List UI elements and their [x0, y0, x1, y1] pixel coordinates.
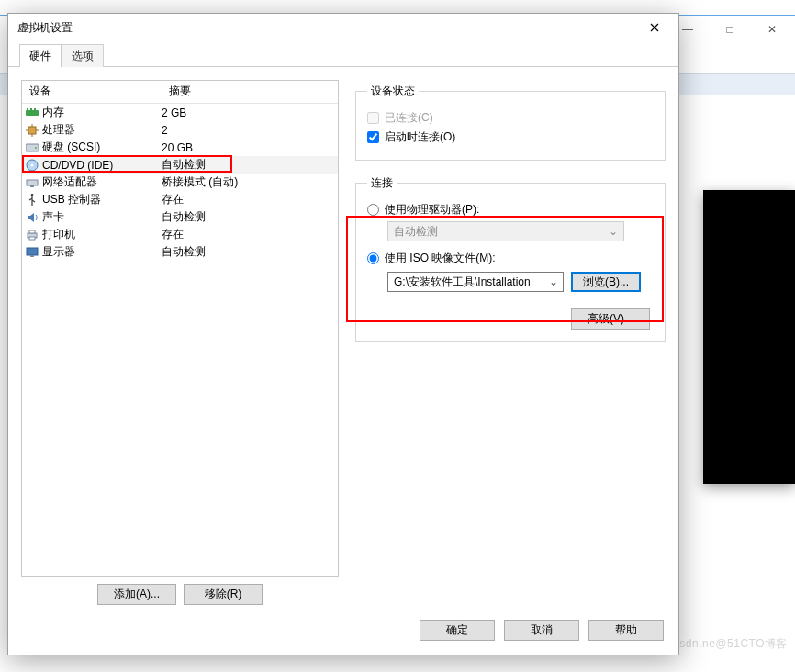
ok-button[interactable]: 确定: [420, 620, 495, 641]
memory-icon: [25, 106, 39, 120]
browse-iso-button[interactable]: 浏览(B)...: [571, 272, 641, 292]
device-name: 显示器: [42, 244, 162, 260]
device-row-display[interactable]: 显示器自动检测: [22, 243, 338, 261]
device-name: 声卡: [42, 209, 162, 225]
use-iso-label: 使用 ISO 映像文件(M):: [385, 251, 496, 266]
svg-point-6: [35, 147, 37, 149]
svg-rect-13: [29, 230, 35, 233]
device-summary: 2 GB: [162, 106, 338, 119]
svg-rect-16: [30, 255, 34, 257]
svg-rect-1: [27, 108, 28, 110]
tab-hardware[interactable]: 硬件: [19, 44, 62, 67]
disk-icon: [25, 140, 39, 155]
svg-rect-3: [34, 108, 36, 110]
connection-group: 连接 使用物理驱动器(P): 自动检测 ⌄ 使用 ISO 映像文件(M): G:…: [355, 175, 666, 342]
network-icon: [25, 175, 39, 190]
printer-icon: [25, 228, 39, 242]
background-window-controls: — □ ✕: [666, 17, 793, 42]
use-physical-label: 使用物理驱动器(P):: [385, 202, 479, 218]
device-row-memory[interactable]: 内存2 GB: [22, 104, 338, 121]
chevron-down-icon: ⌄: [609, 225, 618, 238]
device-status-legend: 设备状态: [367, 84, 419, 99]
connected-checkbox: [367, 112, 379, 124]
device-name: 网络适配器: [42, 174, 162, 190]
device-row-disc[interactable]: CD/DVD (IDE)自动检测: [22, 156, 338, 174]
bg-close-button[interactable]: ✕: [751, 17, 793, 42]
disc-icon: [25, 158, 39, 173]
dialog-footer: 确定 取消 帮助: [8, 614, 678, 655]
device-row-disk[interactable]: 硬盘 (SCSI)20 GB: [22, 139, 338, 156]
device-name: 处理器: [42, 122, 162, 138]
close-icon: [650, 23, 659, 32]
device-name: CD/DVD (IDE): [42, 159, 162, 172]
device-summary: 存在: [162, 227, 338, 242]
cancel-button[interactable]: 取消: [504, 620, 579, 641]
dialog-title: 虚拟机设置: [17, 20, 636, 36]
svg-rect-10: [30, 185, 34, 187]
help-button[interactable]: 帮助: [588, 620, 664, 641]
svg-rect-4: [28, 127, 36, 134]
tab-strip: 硬件 选项: [8, 45, 678, 67]
device-table-header: 设备 摘要: [22, 81, 338, 104]
vm-settings-dialog: 虚拟机设置 硬件 选项 设备 摘要 内存2 GB处理器2硬盘 (SCSI)20 …: [7, 13, 679, 655]
hardware-right-column: 设备状态 已连接(C) 启动时连接(O) 连接 使用物理驱动器(P):: [355, 80, 666, 605]
physical-drive-dropdown: 自动检测 ⌄: [387, 221, 624, 241]
svg-rect-9: [27, 180, 38, 185]
connect-at-poweron-label: 启动时连接(O): [385, 129, 455, 145]
iso-path-combobox[interactable]: G:\安装软件工具\Installation ⌄: [387, 272, 564, 292]
advanced-button[interactable]: 高级(V)...: [571, 308, 650, 330]
connection-legend: 连接: [367, 175, 397, 191]
device-summary: 存在: [162, 192, 338, 207]
bg-maximize-button[interactable]: □: [709, 17, 751, 42]
device-row-network[interactable]: 网络适配器桥接模式 (自动): [22, 174, 338, 191]
usb-icon: [25, 193, 39, 207]
hardware-left-column: 设备 摘要 内存2 GB处理器2硬盘 (SCSI)20 GBCD/DVD (ID…: [21, 80, 339, 605]
chevron-down-icon: ⌄: [546, 275, 561, 288]
dialog-titlebar: 虚拟机设置: [8, 14, 678, 41]
display-icon: [25, 245, 39, 260]
dialog-close-button[interactable]: [636, 15, 673, 40]
device-row-cpu[interactable]: 处理器2: [22, 121, 338, 139]
tab-options[interactable]: 选项: [62, 44, 104, 67]
dialog-body: 设备 摘要 内存2 GB处理器2硬盘 (SCSI)20 GBCD/DVD (ID…: [8, 67, 678, 614]
device-summary: 2: [162, 124, 338, 137]
device-row-usb[interactable]: USB 控制器存在: [22, 191, 338, 208]
device-buttons-row: 添加(A)... 移除(R): [21, 584, 339, 605]
cpu-icon: [25, 123, 39, 138]
svg-rect-2: [30, 108, 32, 110]
device-name: 打印机: [42, 227, 162, 242]
column-header-summary[interactable]: 摘要: [162, 81, 338, 103]
svg-rect-0: [26, 110, 39, 116]
device-status-group: 设备状态 已连接(C) 启动时连接(O): [355, 84, 666, 161]
device-name: USB 控制器: [42, 192, 162, 207]
svg-rect-14: [29, 237, 35, 240]
device-table: 设备 摘要 内存2 GB处理器2硬盘 (SCSI)20 GBCD/DVD (ID…: [21, 80, 339, 577]
svg-rect-15: [27, 248, 38, 255]
sound-icon: [25, 210, 39, 225]
device-name: 内存: [42, 105, 162, 120]
device-summary: 自动检测: [162, 157, 338, 173]
device-summary: 自动检测: [162, 209, 338, 225]
iso-path-value: G:\安装软件工具\Installation: [394, 274, 546, 290]
device-summary: 桥接模式 (自动): [162, 174, 338, 190]
device-row-printer[interactable]: 打印机存在: [22, 226, 338, 243]
add-device-button[interactable]: 添加(A)...: [97, 584, 176, 605]
column-header-device[interactable]: 设备: [22, 81, 162, 103]
background-vm-screen: [703, 190, 795, 484]
remove-device-button[interactable]: 移除(R): [184, 584, 263, 605]
use-physical-radio[interactable]: [367, 204, 379, 216]
svg-point-11: [31, 194, 34, 196]
device-summary: 自动检测: [162, 244, 338, 260]
connect-at-poweron-checkbox[interactable]: [367, 131, 379, 143]
svg-point-8: [31, 163, 34, 166]
device-summary: 20 GB: [162, 141, 338, 154]
connected-label: 已连接(C): [385, 110, 433, 126]
use-iso-radio[interactable]: [367, 252, 379, 264]
device-row-sound[interactable]: 声卡自动检测: [22, 208, 338, 226]
device-name: 硬盘 (SCSI): [42, 140, 162, 155]
physical-drive-value: 自动检测: [394, 224, 438, 240]
